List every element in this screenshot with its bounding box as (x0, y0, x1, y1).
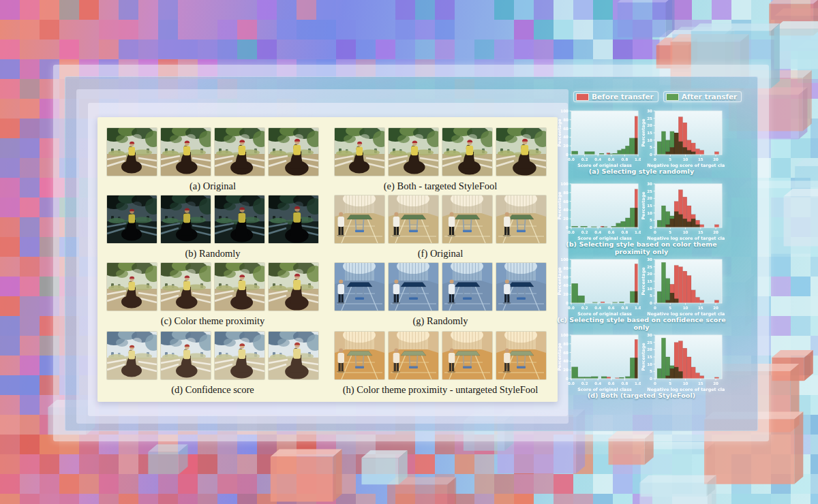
video-frame-h-1 (335, 332, 384, 379)
svg-text:5: 5 (650, 294, 652, 298)
svg-text:60: 60 (563, 127, 569, 131)
histogram-group-d: 0204060801000.00.20.40.60.81.0Score of o… (556, 333, 731, 408)
figure-row-caption-f: (f) Original (335, 248, 546, 259)
histogram-legend: Before transferAfter transfer (573, 91, 742, 102)
svg-text:10: 10 (647, 138, 652, 142)
svg-text:0.6: 0.6 (608, 381, 615, 385)
svg-text:25: 25 (647, 116, 652, 121)
svg-text:80: 80 (563, 342, 569, 346)
svg-text:20: 20 (563, 217, 569, 221)
svg-text:20: 20 (713, 381, 718, 385)
histogram-neg-log-score-target-class: 05101520253005101520Negative log score o… (640, 109, 725, 172)
legend-item-after: After transfer (663, 91, 742, 102)
svg-text:0.4: 0.4 (594, 381, 601, 385)
svg-text:0.2: 0.2 (581, 230, 588, 234)
svg-text:0.8: 0.8 (621, 381, 628, 385)
video-frame-c-3 (215, 263, 264, 311)
svg-text:0: 0 (654, 306, 656, 310)
svg-text:0: 0 (654, 157, 656, 161)
svg-text:25: 25 (647, 341, 652, 345)
histogram-neg-log-score-target-class: 05101520253005101520Negative log score o… (640, 257, 725, 320)
svg-text:Percentage: Percentage (641, 119, 646, 147)
svg-text:Percentage: Percentage (641, 267, 646, 296)
legend-swatch-before (576, 93, 589, 101)
histogram-score-original-class: 0204060801000.00.20.40.60.81.0Score of o… (556, 333, 641, 396)
svg-text:30: 30 (647, 182, 652, 186)
video-frame-b-4 (269, 195, 318, 243)
svg-text:0.0: 0.0 (568, 381, 575, 385)
svg-text:80: 80 (563, 118, 569, 122)
histogram-group-caption: (c) Selecting style based on confidence … (556, 316, 727, 331)
video-frame-e-2 (389, 128, 438, 176)
svg-text:100: 100 (560, 333, 569, 337)
figure-row-caption-e: (e) Both - targeted StyleFool (335, 180, 546, 192)
histogram-score-original-class: 0204060801000.00.20.40.60.81.0Score of o… (556, 257, 641, 320)
figure-row-caption-g: (g) Randomly (335, 315, 546, 327)
svg-text:30: 30 (647, 333, 652, 337)
figure-row-c: (c) Color theme proximity (107, 263, 318, 328)
video-frame-d-4 (269, 332, 318, 379)
svg-text:20: 20 (647, 272, 652, 276)
svg-text:0.8: 0.8 (621, 306, 628, 310)
histogram-group-c: 0204060801000.00.20.40.60.81.0Score of o… (556, 257, 731, 332)
svg-text:20: 20 (563, 292, 569, 296)
svg-text:Percentage: Percentage (641, 191, 646, 220)
svg-text:0.4: 0.4 (594, 230, 601, 234)
svg-text:20: 20 (563, 368, 569, 372)
histogram-neg-log-score-target-class: 05101520253005101520Negative log score o… (640, 182, 725, 245)
legend-label: After transfer (682, 93, 738, 101)
svg-text:15: 15 (698, 157, 703, 161)
svg-text:0: 0 (654, 230, 656, 234)
svg-text:0.6: 0.6 (608, 157, 615, 161)
svg-text:20: 20 (563, 144, 569, 148)
histogram-group-caption: (d) Both (targeted StyleFool) (556, 392, 727, 399)
svg-text:5: 5 (669, 230, 671, 234)
svg-text:0.0: 0.0 (568, 230, 575, 234)
svg-text:0.8: 0.8 (621, 230, 628, 234)
svg-text:60: 60 (563, 351, 569, 355)
figure-row-d: (d) Confidence score (107, 332, 318, 396)
svg-text:5: 5 (669, 157, 671, 161)
video-frame-e-3 (442, 128, 492, 176)
svg-text:0.0: 0.0 (568, 157, 575, 161)
histogram-group-caption: (b) Selecting style based on color theme… (556, 240, 727, 255)
svg-text:20: 20 (647, 347, 652, 351)
figure-row-caption-d: (d) Confidence score (107, 384, 318, 396)
svg-text:40: 40 (563, 208, 569, 212)
screenshot-root: (a) Original (0, 0, 818, 504)
video-frame-d-3 (215, 332, 264, 379)
video-frame-c-2 (161, 263, 211, 311)
histogram-column: Before transferAfter transfer 0204060801… (556, 89, 731, 415)
video-frame-g-2 (389, 263, 438, 311)
svg-text:10: 10 (683, 230, 688, 234)
svg-text:10: 10 (683, 157, 688, 161)
svg-text:0.2: 0.2 (581, 381, 588, 385)
legend-swatch-after (666, 93, 679, 101)
svg-text:0: 0 (650, 301, 652, 305)
video-frame-b-2 (161, 195, 211, 243)
legend-item-before: Before transfer (573, 91, 658, 102)
video-frame-h-3 (442, 332, 492, 379)
figure-row-caption-b: (b) Randomly (107, 248, 318, 259)
figure-row-a: (a) Original (107, 128, 318, 193)
svg-text:20: 20 (713, 306, 718, 310)
figure-row-g: (g) Randomly (335, 263, 546, 328)
svg-text:10: 10 (647, 287, 652, 291)
video-frame-a-3 (215, 128, 264, 176)
svg-text:Percentage: Percentage (557, 267, 562, 296)
svg-text:0.6: 0.6 (608, 306, 615, 310)
svg-text:0.4: 0.4 (594, 306, 601, 310)
svg-text:Percentage: Percentage (557, 119, 562, 147)
video-frame-a-1 (107, 128, 157, 176)
svg-text:0: 0 (654, 381, 656, 385)
svg-text:15: 15 (647, 131, 652, 135)
svg-text:20: 20 (713, 230, 718, 234)
legend-label: Before transfer (592, 93, 654, 101)
svg-text:100: 100 (560, 257, 569, 262)
svg-text:40: 40 (563, 359, 569, 363)
svg-text:80: 80 (563, 266, 569, 270)
svg-text:100: 100 (560, 109, 569, 113)
svg-text:40: 40 (563, 135, 569, 139)
video-frame-f-3 (442, 195, 492, 243)
svg-text:40: 40 (563, 283, 569, 287)
